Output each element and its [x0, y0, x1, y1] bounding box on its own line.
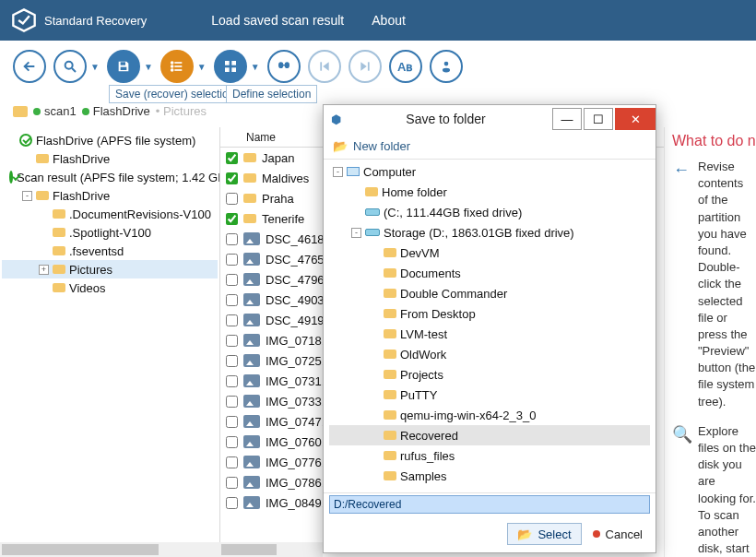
tree-row[interactable]: .DocumentRevisions-V100 [2, 205, 218, 223]
folder-icon [53, 283, 65, 292]
dialog-tree-row[interactable]: qemu-img-win-x64-2_3_0 [329, 405, 650, 425]
dialog-footer: 📂Select Cancel [324, 516, 656, 552]
file-checkbox[interactable] [226, 375, 238, 387]
save-caret-icon[interactable]: ▼ [144, 62, 153, 72]
expand-toggle[interactable]: - [351, 228, 361, 238]
crumb-1[interactable]: scan1 [44, 104, 77, 118]
tree-row[interactable]: FlashDrive (APFS file system) [2, 131, 218, 149]
folder-icon [384, 350, 396, 359]
dialog-tree-row[interactable]: Double Commander [329, 283, 650, 303]
folder-icon [384, 370, 396, 379]
text-mode-button[interactable]: Aʙ [389, 50, 422, 83]
rescan-caret-icon[interactable]: ▼ [90, 62, 100, 72]
tree-row[interactable]: .Spotlight-V100 [2, 223, 218, 242]
file-checkbox[interactable] [226, 152, 238, 164]
file-checkbox[interactable] [226, 456, 238, 468]
image-icon [243, 293, 260, 306]
file-checkbox[interactable] [226, 294, 238, 306]
dialog-cancel-button[interactable]: Cancel [593, 527, 643, 541]
files-h-scrollbar[interactable] [219, 542, 323, 557]
dialog-tree-row[interactable]: From Desktop [329, 303, 650, 324]
tree-row[interactable]: .fseventsd [2, 242, 218, 260]
file-checkbox[interactable] [226, 497, 238, 509]
rescan-button[interactable] [53, 50, 87, 83]
file-checkbox[interactable] [226, 314, 238, 326]
dialog-tree-row[interactable]: LVM-test [329, 324, 650, 344]
dialog-tree-row[interactable]: (C:, 111.44GB fixed drive) [329, 202, 650, 222]
dialog-tree-label: Double Commander [400, 287, 507, 301]
help-panel: What to do next ←Revise contents of the … [664, 127, 756, 557]
dialog-tree-label: Samples [400, 469, 447, 483]
tree-row[interactable]: -FlashDrive [2, 186, 218, 205]
folder-icon [384, 268, 396, 278]
dialog-tree-row[interactable]: -Computer [329, 161, 650, 182]
dialog-tree-row[interactable]: Samples [329, 466, 650, 486]
file-checkbox[interactable] [226, 193, 238, 205]
image-icon [243, 456, 260, 468]
folder-icon [384, 410, 396, 420]
minimize-button[interactable]: — [552, 108, 582, 130]
maximize-button[interactable]: ☐ [584, 108, 613, 130]
save-recover-button[interactable] [107, 50, 140, 83]
tree-row[interactable]: +Pictures [2, 260, 218, 278]
file-checkbox[interactable] [226, 436, 238, 448]
folder-icon [384, 451, 396, 460]
svg-point-10 [171, 65, 172, 67]
define-caret-icon[interactable]: ▼ [251, 62, 260, 72]
dialog-tree-row[interactable]: Documents [329, 263, 650, 283]
save-recover-tooltip: Save (recover) selection [109, 85, 241, 103]
list-options-button[interactable] [160, 50, 194, 83]
svg-rect-19 [320, 62, 322, 70]
dialog-path-input[interactable] [329, 495, 650, 514]
close-button[interactable]: ✕ [615, 108, 656, 130]
folder-icon [53, 228, 65, 237]
tree-row[interactable]: Videos [2, 278, 218, 297]
file-checkbox[interactable] [226, 396, 238, 408]
expand-toggle[interactable]: - [333, 167, 343, 177]
tree-row[interactable]: Scan result (APFS file system; 1.42 GB i… [2, 168, 218, 186]
file-name: Japan [262, 151, 294, 165]
file-checkbox[interactable] [226, 233, 238, 245]
file-checkbox[interactable] [226, 416, 238, 428]
dialog-tree-label: Computer [363, 165, 416, 179]
expand-toggle[interactable]: + [39, 265, 49, 275]
dialog-tree-row[interactable]: Recovered [329, 425, 650, 445]
find-button[interactable] [267, 50, 301, 83]
file-checkbox[interactable] [226, 213, 238, 225]
next-button [348, 50, 382, 83]
file-checkbox[interactable] [226, 355, 238, 367]
file-checkbox[interactable] [226, 274, 238, 286]
dialog-tree-row[interactable]: PuTTY [329, 385, 650, 405]
crumb-2[interactable]: FlashDrive [93, 104, 150, 118]
image-icon [243, 253, 260, 266]
svg-rect-14 [225, 67, 230, 72]
folder-icon [243, 153, 256, 162]
dialog-tree-row[interactable]: Projects [329, 364, 650, 385]
tree-row[interactable]: FlashDrive [2, 149, 218, 168]
file-name: Praha [262, 192, 294, 206]
list-caret-icon[interactable]: ▼ [197, 62, 207, 72]
file-name: Tenerife [262, 212, 304, 226]
folder-icon [243, 214, 256, 223]
user-button[interactable] [430, 50, 463, 83]
dialog-tree-label: OldWork [400, 348, 446, 361]
back-button[interactable] [13, 50, 46, 83]
menu-load-scan[interactable]: Load saved scan result [211, 13, 344, 28]
dialog-tree-row[interactable]: Home folder [329, 182, 650, 202]
dialog-tree-row[interactable]: rufus_files [329, 445, 650, 466]
dialog-tree-row[interactable]: DevVM [329, 243, 650, 263]
define-selection-button[interactable] [214, 50, 247, 83]
menu-about[interactable]: About [372, 13, 406, 28]
file-checkbox[interactable] [226, 254, 238, 266]
expand-toggle[interactable]: - [22, 191, 32, 201]
file-checkbox[interactable] [226, 172, 238, 184]
crumb-3[interactable]: Pictures [163, 104, 207, 118]
dialog-titlebar[interactable]: ⬢ Save to folder — ☐ ✕ [324, 105, 656, 133]
dialog-tree-row[interactable]: -Storage (D:, 1863.01GB fixed drive) [329, 222, 650, 243]
dialog-select-button[interactable]: 📂Select [507, 523, 581, 545]
file-checkbox[interactable] [226, 477, 238, 489]
tree-h-scrollbar[interactable] [0, 542, 219, 557]
file-checkbox[interactable] [226, 335, 238, 347]
dialog-tree-row[interactable]: OldWork [329, 344, 650, 364]
new-folder-button[interactable]: New folder [353, 139, 410, 153]
